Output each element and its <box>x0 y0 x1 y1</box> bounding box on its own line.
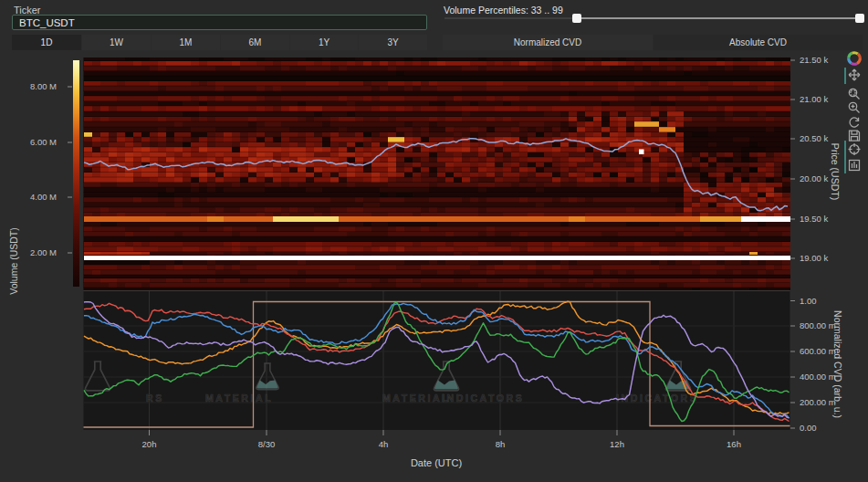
svg-text:20.50 k: 20.50 k <box>800 133 828 143</box>
svg-text:INDICATORS: INDICATORS <box>442 393 524 403</box>
svg-text:21.50 k: 21.50 k <box>800 55 828 65</box>
svg-text:8h: 8h <box>496 439 506 449</box>
svg-text:6.00 M: 6.00 M <box>30 137 57 147</box>
svg-text:INDICATORS: INDICATORS <box>616 393 698 403</box>
svg-text:19.50 k: 19.50 k <box>800 214 828 224</box>
svg-text:400.00 m: 400.00 m <box>800 372 836 382</box>
svg-text:8/30: 8/30 <box>258 439 276 449</box>
svg-text:Date (UTC): Date (UTC) <box>411 457 462 468</box>
svg-text:4h: 4h <box>379 439 389 449</box>
svg-text:2.00 M: 2.00 M <box>30 247 57 257</box>
svg-text:Price (USDT): Price (USDT) <box>830 143 841 200</box>
svg-text:20.00 k: 20.00 k <box>800 173 828 183</box>
svg-text:MATERIAL: MATERIAL <box>382 393 450 403</box>
svg-text:20h: 20h <box>142 439 157 449</box>
svg-text:RS: RS <box>146 393 164 403</box>
svg-text:16h: 16h <box>727 439 741 449</box>
svg-text:Normalized CVD (arb. u.): Normalized CVD (arb. u.) <box>832 310 843 418</box>
svg-text:8.00 M: 8.00 M <box>30 81 57 91</box>
svg-text:200.00 m: 200.00 m <box>800 397 836 407</box>
svg-text:19.00 k: 19.00 k <box>800 253 828 263</box>
svg-text:4.00 M: 4.00 M <box>30 192 57 202</box>
svg-text:600.00 m: 600.00 m <box>800 346 836 356</box>
svg-text:MATERIAL: MATERIAL <box>205 393 273 403</box>
svg-text:Volume (USDT): Volume (USDT) <box>8 227 19 295</box>
svg-text:0.00: 0.00 <box>800 423 817 433</box>
svg-text:800.00 m: 800.00 m <box>800 320 836 330</box>
svg-text:1.00: 1.00 <box>800 296 817 306</box>
svg-text:21.00 k: 21.00 k <box>800 94 828 104</box>
svg-text:12h: 12h <box>610 439 624 449</box>
